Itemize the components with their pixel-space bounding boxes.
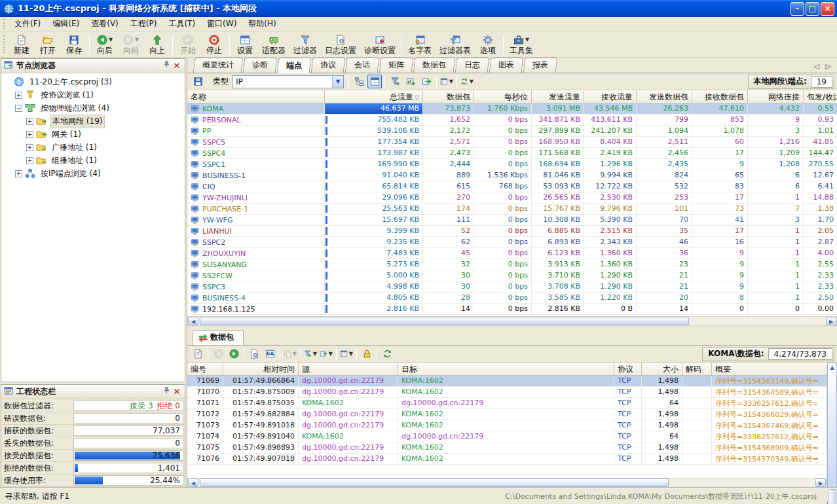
- packet-row-71076[interactable]: 7107601:57:49.907018dg.10000.gd.cn:22179…: [187, 454, 827, 465]
- column-header[interactable]: 大小: [642, 363, 682, 375]
- packet-row-71073[interactable]: 7107301:57:49.891018dg.10000.gd.cn:22179…: [187, 420, 827, 431]
- packet-row-71070[interactable]: 7107001:57:49.875009dg.10000.gd.cn:22179…: [187, 387, 827, 398]
- scroll-thumb[interactable]: [828, 489, 836, 504]
- tree-item[interactable]: +按IP端点浏览 (4): [4, 167, 185, 180]
- endpoint-row-PP[interactable]: PP539.106 KB2,1720 bps297.899 KB241.207 …: [187, 126, 837, 137]
- tab-packets[interactable]: 数据包: [193, 330, 244, 345]
- endpoint-row-BUSINESS-1[interactable]: BUSINESS-191.040 KB8891.536 Kbps81.046 K…: [187, 170, 837, 181]
- endpoint-row-SUSANYANG[interactable]: SUSANYANG5.273 KB320 bps3.913 KB1.360 KB…: [187, 259, 837, 270]
- tab-诊断[interactable]: 诊断: [243, 58, 277, 73]
- type-combobox[interactable]: IP▼: [232, 75, 344, 88]
- make-filter-button[interactable]: ▼: [303, 347, 318, 361]
- column-header[interactable]: 总流量▽: [325, 90, 423, 103]
- close-panel-icon[interactable]: ×: [172, 61, 182, 71]
- scroll-left-icon[interactable]: ◀: [188, 478, 198, 487]
- column-header[interactable]: 网络连接: [748, 90, 804, 103]
- forward-button[interactable]: [227, 347, 241, 361]
- table-view-button[interactable]: [367, 75, 382, 88]
- column-header[interactable]: 目标: [398, 363, 614, 375]
- packet-detail-button[interactable]: [247, 347, 261, 361]
- tab-概要统计[interactable]: 概要统计: [193, 58, 243, 73]
- tree-expander-icon[interactable]: +: [26, 131, 33, 138]
- endpoint-row-SSPC5[interactable]: SSPC5177.354 KB2,5710 bps168.950 KB8.404…: [187, 137, 837, 148]
- column-header[interactable]: 每秒位: [474, 90, 532, 103]
- column-header[interactable]: 发送流量: [532, 90, 584, 103]
- scroll-left-icon[interactable]: ◀: [188, 317, 198, 325]
- locate-node-button[interactable]: [419, 75, 434, 88]
- options-button[interactable]: 选项: [475, 32, 501, 57]
- column-header[interactable]: 概要: [712, 363, 827, 375]
- up-button[interactable]: 向上: [144, 32, 170, 57]
- tab-报表[interactable]: 报表: [523, 58, 557, 73]
- column-header[interactable]: 数据包: [423, 90, 474, 103]
- tab-会话[interactable]: 会话: [345, 58, 379, 73]
- close-button[interactable]: ×: [821, 2, 834, 16]
- menu-帮助(H)[interactable]: 帮助(H): [242, 18, 282, 29]
- column-header[interactable]: 相对时间: [223, 363, 299, 375]
- endpoint-row-BUSINESS-4[interactable]: BUSINESS-44.805 KB280 bps3.585 KB1.220 K…: [187, 293, 837, 304]
- endpoint-row-LIANHUI[interactable]: LIANHUI9.399 KB520 bps6.885 KB2.515 KB35…: [187, 226, 837, 237]
- tree-item[interactable]: −按物理端点浏览 (4): [4, 101, 185, 115]
- splitter[interactable]: [187, 326, 837, 331]
- scroll-right-icon[interactable]: ▶: [826, 317, 836, 325]
- tree-expander-icon[interactable]: +: [26, 144, 33, 151]
- scroll-thumb[interactable]: [200, 317, 689, 325]
- scroll-thumb[interactable]: [200, 478, 669, 487]
- diagnosis-settings-button[interactable]: 诊断设置: [360, 32, 400, 57]
- pin-icon[interactable]: [161, 61, 172, 71]
- refresh-button[interactable]: ▼: [460, 75, 474, 88]
- endpoint-row-YW-WFG[interactable]: YW-WFG15.697 KB1110 bps10.308 KB5.390 KB…: [187, 215, 837, 226]
- column-header[interactable]: 发送数据包: [637, 90, 692, 103]
- new-button[interactable]: 新建: [9, 32, 35, 57]
- node-tree-button[interactable]: [352, 75, 366, 88]
- add-graph-button[interactable]: [403, 75, 418, 88]
- tab-图表[interactable]: 图表: [489, 58, 523, 73]
- export-button[interactable]: [191, 75, 205, 88]
- packet-row-71069[interactable]: 7106901:57:49.866864dg.10000.gd.cn:22179…: [187, 376, 827, 387]
- adapter-button[interactable]: 适配器: [258, 32, 289, 57]
- name-table-button[interactable]: 名字表: [404, 32, 436, 57]
- endpoint-row-SS2FCW[interactable]: SS2FCW5.000 KB300 bps3.710 KB1.290 KB219…: [187, 270, 837, 281]
- tab-日志[interactable]: 日志: [455, 58, 489, 73]
- tree-expander-icon[interactable]: +: [26, 118, 33, 125]
- tree-item[interactable]: +广播地址 (1): [4, 141, 185, 154]
- new-window-button[interactable]: [191, 347, 205, 361]
- refresh-button[interactable]: [380, 347, 394, 361]
- pin-icon[interactable]: [161, 387, 172, 397]
- tree-expander-icon[interactable]: −: [15, 105, 22, 112]
- column-header[interactable]: 包发/收比: [804, 90, 837, 103]
- column-header[interactable]: 接收数据包: [692, 90, 748, 103]
- open-button[interactable]: 打开: [35, 32, 61, 57]
- endpoint-row-PERSONAL[interactable]: PERSONAL755.482 KB1,6520 bps341.871 KB41…: [187, 115, 837, 126]
- column-header[interactable]: 接收流量: [584, 90, 637, 103]
- menu-工具(T)[interactable]: 工具(T): [162, 18, 201, 29]
- save-button[interactable]: 保存: [61, 32, 87, 57]
- columns-button[interactable]: ▼: [439, 75, 454, 88]
- ascii-decode-button[interactable]: 6A: [263, 347, 277, 361]
- column-header[interactable]: 协议: [614, 363, 642, 375]
- tree-expander-icon[interactable]: +: [15, 92, 22, 99]
- toolset-button[interactable]: ▼工具集: [506, 32, 537, 57]
- column-header[interactable]: 解码: [682, 363, 712, 375]
- log-settings-button[interactable]: 日志设置: [321, 32, 360, 57]
- settings-button[interactable]: 设置: [232, 32, 258, 57]
- tree-item[interactable]: +按协议浏览 (1): [4, 88, 185, 101]
- endpoint-row-YW-ZHUJINLI[interactable]: YW-ZHUJINLI29.096 KB2700 bps26.565 KB2.5…: [187, 192, 837, 204]
- endpoint-row-ZHOUXUYIN[interactable]: ZHOUXUYIN7.483 KB450 bps6.123 KB1.360 KB…: [187, 248, 837, 259]
- menu-文件(F)[interactable]: 文件(F): [9, 18, 46, 29]
- lock-button[interactable]: [360, 347, 374, 361]
- endpoint-row-SSPC3[interactable]: SSPC34.998 KB300 bps3.708 KB1.290 KB2191…: [187, 281, 837, 293]
- tree-item[interactable]: 11-20上午.cscproj (3): [4, 75, 185, 88]
- scroll-up-icon[interactable]: ▲: [827, 363, 837, 488]
- column-header[interactable]: 编号: [187, 363, 223, 375]
- make-filter-button[interactable]: [388, 75, 402, 88]
- tab-pager[interactable]: ◁ ▷: [813, 62, 834, 73]
- tab-数据包[interactable]: 数据包: [413, 58, 455, 73]
- endpoint-row-CIQ[interactable]: CIQ65.814 KB615768 bps53.093 KB12.722 KB…: [187, 181, 837, 192]
- endpoint-row-192.168.1.125[interactable]: 192.168.1.1252.816 KB140 bps2.816 KB0 B1…: [187, 304, 837, 315]
- scroll-right-icon[interactable]: ▶: [815, 478, 826, 487]
- column-header[interactable]: 名称: [187, 90, 325, 103]
- packet-row-71074[interactable]: 7107401:57:49.891040KOMA:1602dg.10000.gd…: [187, 431, 827, 442]
- endpoint-hscrollbar[interactable]: ◀ ▶: [187, 316, 837, 326]
- back-button[interactable]: ▼向后: [92, 32, 118, 57]
